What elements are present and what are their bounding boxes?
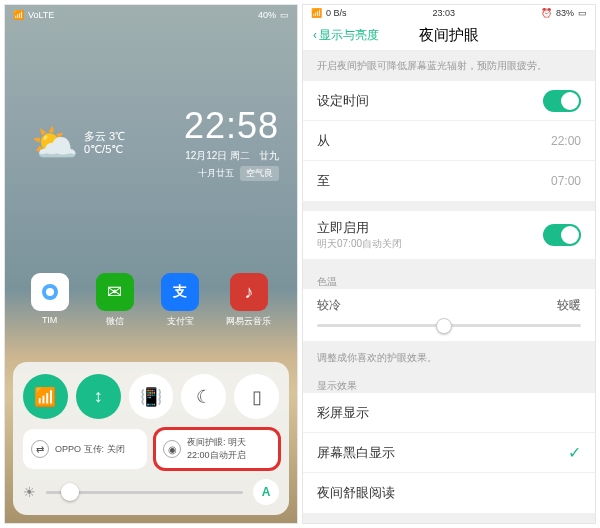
row-label: 屏幕黑白显示 (317, 444, 395, 462)
section-label-display: 显示效果 (303, 373, 595, 393)
night-eye-sub: 22:00自动开启 (187, 449, 246, 462)
battery-icon: ▯ (252, 386, 262, 408)
row-enable-now[interactable]: 立即启用 明天07:00自动关闭 (303, 211, 595, 259)
clock-date: 12月12日 周二 (185, 150, 250, 161)
row-label: 设定时间 (317, 92, 369, 110)
brightness-slider[interactable] (46, 491, 243, 494)
tim-icon (31, 273, 69, 311)
row-color-display[interactable]: 彩屏显示 (303, 393, 595, 433)
row-label: 立即启用 (317, 219, 402, 237)
app-label: 微信 (106, 315, 124, 328)
battery-icon: ▭ (280, 10, 289, 20)
temp-warm-label: 较暖 (557, 297, 581, 314)
moon-icon: ☾ (196, 386, 212, 408)
battery-toggle[interactable]: ▯ (234, 374, 279, 419)
temp-cold-label: 较冷 (317, 297, 341, 314)
svg-point-1 (46, 288, 54, 296)
row-label: 至 (317, 172, 330, 190)
color-temp-thumb[interactable] (436, 318, 452, 334)
wechat-icon: ✉ (96, 273, 134, 311)
signal-icon: 📶 (13, 10, 24, 20)
sun-icon: ☀ (23, 484, 36, 500)
row-label: 夜间舒眼阅读 (317, 484, 395, 502)
home-widget: ⛅ 多云 3℃ 0℃/5℃ 22:58 12月12日 周二 廿九 十月廿五 空气… (5, 105, 297, 181)
row-sub: 明天07:00自动关闭 (317, 237, 402, 251)
app-label: 支付宝 (167, 315, 194, 328)
night-eye-card[interactable]: ◉ 夜间护眼: 明天 22:00自动开启 (155, 429, 279, 469)
row-to[interactable]: 至 07:00 (303, 161, 595, 201)
netease-icon: ♪ (230, 273, 268, 311)
brightness-thumb[interactable] (61, 483, 79, 501)
share-icon: ⇄ (31, 440, 49, 458)
row-bw-display[interactable]: 屏幕黑白显示 ✓ (303, 433, 595, 473)
page-title: 夜间护眼 (419, 26, 479, 45)
net-label: 0 B/s (326, 8, 347, 18)
phone-settings-screen: 📶 0 B/s 23:03 ⏰ 83% ▭ ‹ 显示与亮度 夜间护眼 开启夜间护… (302, 4, 596, 524)
row-label: 从 (317, 132, 330, 150)
signal-icon: 📶 (311, 8, 322, 18)
eye-icon: ◉ (163, 440, 181, 458)
color-temp-slider[interactable] (317, 324, 581, 327)
data-icon: ↕ (94, 386, 103, 407)
switch-set-time[interactable] (543, 90, 581, 112)
alipay-icon: 支 (161, 273, 199, 311)
air-badge: 空气良 (240, 166, 279, 181)
status-bar: 📶 VoLTE 40% ▭ (5, 5, 297, 25)
quick-panel: 📶 ↕ 📳 ☾ ▯ ⇄ OPPO 互传: 关闭 ◉ 夜间护眼: 明天 22:00… (13, 362, 289, 515)
enable-now-section: 立即启用 明天07:00自动关闭 (303, 211, 595, 259)
vibrate-icon: 📳 (140, 386, 162, 408)
row-label: 彩屏显示 (317, 404, 369, 422)
brightness-slider-row: ☀ A (23, 479, 279, 505)
app-tim[interactable]: TIM (31, 273, 69, 328)
clock-extra: 廿九 (259, 150, 279, 161)
switch-enable-now[interactable] (543, 224, 581, 246)
status-time: 23:03 (432, 8, 455, 18)
oppo-share-label: OPPO 互传: 关闭 (55, 443, 125, 456)
app-row: TIM ✉ 微信 支 支付宝 ♪ 网易云音乐 (5, 273, 297, 328)
carrier-label: VoLTE (28, 10, 54, 20)
back-label: 显示与亮度 (319, 27, 379, 44)
data-toggle[interactable]: ↕ (76, 374, 121, 419)
chevron-left-icon: ‹ (313, 28, 317, 42)
night-eye-title: 夜间护眼: 明天 (187, 436, 246, 449)
battery-icon: ▭ (578, 8, 587, 18)
app-alipay[interactable]: 支 支付宝 (161, 273, 199, 328)
weather-icon: ⛅ (31, 121, 78, 165)
clock-time: 22:58 (184, 105, 279, 147)
vibrate-toggle[interactable]: 📳 (129, 374, 174, 419)
dnd-toggle[interactable]: ☾ (181, 374, 226, 419)
color-temp-section: 较冷 较暖 (303, 289, 595, 341)
row-value: 22:00 (551, 134, 581, 148)
alarm-icon: ⏰ (541, 8, 552, 18)
display-effect-section: 彩屏显示 屏幕黑白显示 ✓ 夜间舒眼阅读 (303, 393, 595, 513)
back-button[interactable]: ‹ 显示与亮度 (313, 27, 379, 44)
row-night-reading[interactable]: 夜间舒眼阅读 (303, 473, 595, 513)
hint-text: 开启夜间护眼可降低屏幕蓝光辐射，预防用眼疲劳。 (303, 51, 595, 81)
weather-cond: 多云 3℃ (84, 130, 125, 143)
nav-bar: ‹ 显示与亮度 夜间护眼 (303, 20, 595, 51)
app-label: TIM (42, 315, 58, 325)
schedule-section: 设定时间 从 22:00 至 07:00 (303, 81, 595, 201)
wifi-icon: 📶 (34, 386, 56, 408)
check-icon: ✓ (568, 443, 581, 462)
row-set-time[interactable]: 设定时间 (303, 81, 595, 121)
phone-home-screen: 📶 VoLTE 40% ▭ ⛅ 多云 3℃ 0℃/5℃ 22:58 12月12日… (4, 4, 298, 524)
row-value: 07:00 (551, 174, 581, 188)
battery-label: 83% (556, 8, 574, 18)
section-label-temp: 色温 (303, 269, 595, 289)
wifi-toggle[interactable]: 📶 (23, 374, 68, 419)
temp-hint: 调整成你喜欢的护眼效果。 (303, 351, 595, 373)
weather-range: 0℃/5℃ (84, 143, 125, 156)
auto-brightness-toggle[interactable]: A (253, 479, 279, 505)
row-from[interactable]: 从 22:00 (303, 121, 595, 161)
oppo-share-card[interactable]: ⇄ OPPO 互传: 关闭 (23, 429, 147, 469)
battery-label: 40% (258, 10, 276, 20)
status-bar: 📶 0 B/s 23:03 ⏰ 83% ▭ (303, 5, 595, 20)
app-label: 网易云音乐 (226, 315, 271, 328)
app-netease[interactable]: ♪ 网易云音乐 (226, 273, 271, 328)
app-wechat[interactable]: ✉ 微信 (96, 273, 134, 328)
clock-lunar: 十月廿五 (198, 167, 234, 180)
